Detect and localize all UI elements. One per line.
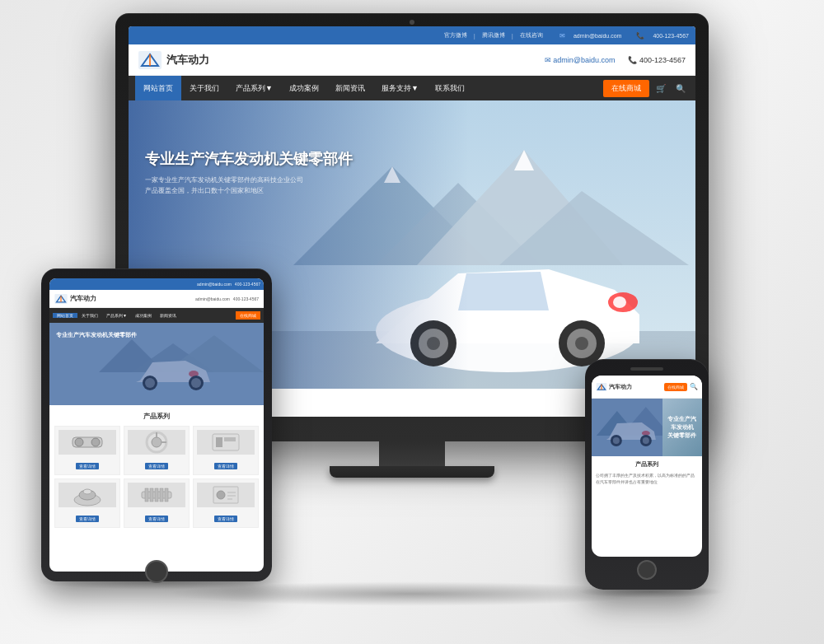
- nav-home[interactable]: 网站首页: [135, 76, 181, 100]
- svg-rect-49: [145, 488, 148, 502]
- tablet-home-button[interactable]: [145, 560, 168, 583]
- tablet-topbar: admin@baidu.com 400-123-4567: [49, 278, 264, 290]
- nav-products[interactable]: 产品系列▼: [227, 76, 281, 100]
- cart-icon[interactable]: 🛒: [653, 84, 669, 93]
- product-img-2: [128, 430, 185, 455]
- nav-cases[interactable]: 成功案例: [281, 76, 327, 100]
- product-item-4: 查看详情: [54, 478, 120, 528]
- monitor-camera: [410, 20, 414, 25]
- phone-products: 产品系列 公司拥了丰厚的生产及技术积累，以高为标准的的产品在汽车零部件并讲也占有…: [592, 456, 702, 489]
- tablet-nav-home[interactable]: 网站首页: [53, 313, 77, 318]
- tablet-nav-news[interactable]: 新闻资讯: [156, 313, 180, 318]
- svg-rect-56: [227, 492, 236, 493]
- site-logo: 汽车动力: [138, 51, 209, 69]
- product-btn-3[interactable]: 查看详情: [214, 463, 237, 469]
- tablet-header: 汽车动力 admin@baidu.com 400-123-4567: [49, 290, 264, 308]
- product-item-6: 查看详情: [193, 478, 259, 528]
- tablet-logo-text: 汽车动力: [70, 294, 96, 303]
- phone-hero-svg: [592, 399, 662, 456]
- tablet-screen: admin@baidu.com 400-123-4567 汽车动力 admin@…: [49, 278, 264, 572]
- header-phone: 📞 400-123-4567: [628, 56, 686, 64]
- product-item-3: 查看详情: [193, 426, 259, 475]
- tablet-products-title: 产品系列: [54, 412, 259, 421]
- tablet-nav: 网站首页 关于我们 产品系列▼ 成功案例 新闻资讯 在线商城: [49, 308, 264, 323]
- tencent-weibo-link[interactable]: 腾讯微博: [482, 31, 505, 40]
- phone-icon: 📞: [636, 32, 644, 40]
- product-img-5: [128, 483, 185, 507]
- phone-search-icon[interactable]: 🔍: [690, 383, 698, 390]
- svg-point-47: [83, 489, 91, 494]
- phone-outer: 汽车动力 在线商城 🔍: [585, 359, 709, 590]
- svg-rect-58: [227, 498, 232, 500]
- email-icon: ✉: [559, 32, 565, 40]
- weibo-link[interactable]: 官方微博: [444, 31, 467, 40]
- tablet-email-display: admin@baidu.com: [197, 282, 232, 287]
- site-header: 汽车动力 ✉ admin@baidu.com 📞 400-123-4567: [129, 44, 695, 76]
- tablet-nav-cases[interactable]: 成功案例: [131, 313, 156, 318]
- phone-products-title: 产品系列: [596, 460, 698, 469]
- product-item-2: 查看详情: [124, 426, 190, 475]
- phone-cta-button[interactable]: 在线商城: [664, 383, 687, 391]
- svg-point-36: [75, 438, 83, 446]
- nav-contact[interactable]: 联系我们: [427, 76, 473, 100]
- scene: 官方微博 | 腾讯微博 | 在线咨询 ✉ admin@baidu.com 📞 4…: [16, 13, 808, 631]
- tablet-email: admin@baidu.com: [195, 296, 230, 301]
- phone-home-button[interactable]: [637, 560, 657, 580]
- svg-rect-70: [592, 399, 662, 456]
- monitor-base: [330, 466, 494, 478]
- svg-rect-52: [160, 488, 163, 502]
- consult-link[interactable]: 在线咨询: [520, 31, 543, 40]
- tablet-nav-products[interactable]: 产品系列▼: [102, 313, 131, 318]
- product-btn-6[interactable]: 查看详情: [214, 516, 237, 522]
- tablet-outer: admin@baidu.com 400-123-4567 汽车动力 admin@…: [41, 268, 272, 581]
- product-part-3-icon: [209, 431, 242, 454]
- product-part-1-icon: [71, 431, 104, 454]
- tablet-cta[interactable]: 在线商城: [236, 311, 260, 320]
- monitor-neck: [379, 441, 445, 466]
- phone: 汽车动力 在线商城 🔍: [585, 359, 709, 590]
- phone-hero-title: 专业生产汽车发动机关键零部件: [662, 412, 702, 443]
- search-icon[interactable]: 🔍: [672, 84, 689, 93]
- tablet-nav-about[interactable]: 关于我们: [77, 313, 102, 318]
- tablet-logo-icon: [54, 294, 68, 304]
- tablet-products-section: 产品系列 查看详情: [49, 405, 264, 534]
- svg-rect-57: [227, 495, 236, 497]
- tablet-phone: 400-123-4567: [233, 296, 259, 301]
- tablet: admin@baidu.com 400-123-4567 汽车动力 admin@…: [41, 268, 272, 581]
- product-item-1: 查看详情: [54, 426, 120, 475]
- hero-title: 专业生产汽车发动机关键零部件: [145, 150, 353, 169]
- nav-about[interactable]: 关于我们: [181, 76, 227, 100]
- tablet-phone-display: 400-123-4567: [235, 282, 260, 287]
- site-header-right: ✉ admin@baidu.com 📞 400-123-4567: [545, 56, 686, 64]
- phone-logo-icon: [596, 383, 607, 391]
- email-display: admin@baidu.com: [574, 33, 621, 39]
- nav-service[interactable]: 服务支持▼: [373, 76, 427, 100]
- phone-logo-text: 汽车动力: [609, 383, 632, 391]
- phone-header: 汽车动力 在线商城 🔍: [592, 376, 702, 399]
- nav-cta-button[interactable]: 在线商城: [603, 80, 649, 97]
- site-topbar: 官方微博 | 腾讯微博 | 在线咨询 ✉ admin@baidu.com 📞 4…: [129, 26, 695, 44]
- hero-subtitle: 一家专业生产汽车发动机关键零部件的高科技企业公司产品覆盖全国，并出口数十个国家和…: [145, 175, 353, 197]
- svg-rect-44: [224, 437, 236, 441]
- product-part-2-icon: [140, 431, 173, 454]
- product-img-6: [197, 483, 255, 507]
- site-logo-text: 汽车动力: [166, 53, 209, 68]
- svg-point-39: [152, 437, 162, 447]
- phone-products-description: 公司拥了丰厚的生产及技术积累，以高为标准的的产品在汽车零部件并讲也占有重要地位: [596, 473, 698, 485]
- hero-text-block: 专业生产汽车发动机关键零部件 一家专业生产汽车发动机关键零部件的高科技企业公司产…: [145, 150, 353, 197]
- phone-speaker: [630, 367, 663, 371]
- product-btn-5[interactable]: 查看详情: [145, 516, 168, 522]
- phone-display: 400-123-4567: [653, 33, 689, 39]
- header-email: ✉ admin@baidu.com: [545, 56, 616, 64]
- product-part-5-icon: [140, 483, 173, 506]
- svg-point-37: [91, 438, 100, 446]
- svg-rect-43: [216, 437, 222, 447]
- tablet-hero-title: 专业生产汽车发动机关键零部件: [56, 331, 137, 339]
- product-img-4: [59, 483, 116, 507]
- product-btn-2[interactable]: 查看详情: [145, 463, 168, 469]
- product-btn-1[interactable]: 查看详情: [76, 463, 99, 469]
- product-part-4-icon: [71, 483, 104, 506]
- phone-screen: 汽车动力 在线商城 🔍: [592, 376, 702, 557]
- nav-news[interactable]: 新闻资讯: [327, 76, 373, 100]
- product-btn-4[interactable]: 查看详情: [76, 516, 99, 522]
